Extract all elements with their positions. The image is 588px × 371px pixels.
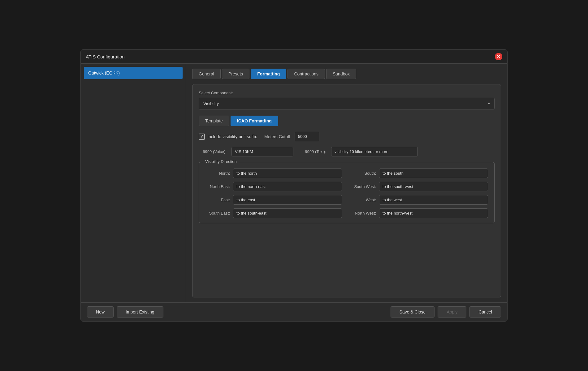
tab-general[interactable]: General bbox=[192, 69, 221, 79]
voice-field-label: 9999 (Voice): bbox=[199, 149, 227, 154]
content-area: General Presets Formatting Contractions … bbox=[186, 64, 507, 302]
north-input[interactable] bbox=[233, 168, 342, 178]
west-input[interactable] bbox=[379, 195, 488, 205]
visibility-direction-label: Visibility Direction bbox=[203, 159, 239, 164]
options-row: Include visibility unit suffix Meters Cu… bbox=[199, 132, 495, 141]
select-component-label: Select Component: bbox=[199, 91, 495, 95]
west-label: West: bbox=[351, 198, 376, 202]
close-button[interactable]: ✕ bbox=[495, 53, 502, 60]
meters-cutoff-input[interactable] bbox=[295, 132, 319, 141]
footer-left: New Import Existing bbox=[87, 306, 163, 318]
atis-config-dialog: ATIS Configuration ✕ Gatwick (EGKK) Gene… bbox=[80, 49, 508, 322]
visibility-direction-box: Visibility Direction North: South: North… bbox=[199, 162, 495, 223]
meters-cutoff-group: Meters Cutoff: bbox=[264, 132, 319, 141]
dir-row-northeast: North East: bbox=[205, 182, 342, 191]
text-field-label: 9999 (Text): bbox=[298, 149, 326, 154]
component-select[interactable]: Visibility bbox=[199, 98, 495, 109]
tab-sandbox[interactable]: Sandbox bbox=[326, 69, 356, 79]
south-input[interactable] bbox=[379, 168, 488, 178]
southwest-label: South West: bbox=[351, 184, 376, 189]
tab-presets[interactable]: Presets bbox=[222, 69, 249, 79]
northeast-label: North East: bbox=[205, 184, 230, 189]
new-button[interactable]: New bbox=[87, 306, 114, 318]
apply-button[interactable]: Apply bbox=[438, 306, 466, 318]
sidebar: Gatwick (EGKK) bbox=[81, 64, 186, 302]
tabs-bar: General Presets Formatting Contractions … bbox=[192, 69, 501, 79]
east-label: East: bbox=[205, 198, 230, 202]
import-existing-button[interactable]: Import Existing bbox=[117, 306, 163, 318]
northeast-input[interactable] bbox=[233, 182, 342, 191]
dir-row-southwest: South West: bbox=[351, 182, 488, 191]
subtab-template[interactable]: Template bbox=[199, 116, 229, 126]
northwest-label: North West: bbox=[351, 211, 376, 215]
subtab-icao-formatting[interactable]: ICAO Formatting bbox=[231, 116, 278, 126]
titlebar: ATIS Configuration ✕ bbox=[81, 50, 507, 64]
subtabs-bar: Template ICAO Formatting bbox=[199, 116, 495, 126]
southeast-label: South East: bbox=[205, 211, 230, 215]
footer: New Import Existing Save & Close Apply C… bbox=[81, 302, 507, 321]
direction-grid: North: South: North East: South We bbox=[205, 168, 488, 218]
voice-text-row: 9999 (Voice): 9999 (Text): bbox=[199, 147, 495, 156]
main-content: Gatwick (EGKK) General Presets Formattin… bbox=[81, 64, 507, 302]
southwest-input[interactable] bbox=[379, 182, 488, 191]
dir-row-south: South: bbox=[351, 168, 488, 178]
save-close-button[interactable]: Save & Close bbox=[391, 306, 435, 318]
cancel-button[interactable]: Cancel bbox=[469, 306, 501, 318]
formatting-panel: Select Component: Visibility ▼ Template … bbox=[192, 84, 501, 297]
visibility-suffix-label[interactable]: Include visibility unit suffix bbox=[199, 134, 257, 140]
meters-cutoff-label: Meters Cutoff: bbox=[264, 134, 292, 139]
footer-right: Save & Close Apply Cancel bbox=[391, 306, 501, 318]
tab-formatting[interactable]: Formatting bbox=[251, 69, 286, 79]
northwest-input[interactable] bbox=[379, 208, 488, 218]
component-select-wrapper: Visibility ▼ bbox=[199, 98, 495, 109]
north-label: North: bbox=[205, 171, 230, 176]
visibility-suffix-checkbox[interactable] bbox=[199, 134, 205, 140]
southeast-input[interactable] bbox=[233, 208, 342, 218]
dir-row-northwest: North West: bbox=[351, 208, 488, 218]
dir-row-southeast: South East: bbox=[205, 208, 342, 218]
dir-row-north: North: bbox=[205, 168, 342, 178]
dir-row-west: West: bbox=[351, 195, 488, 205]
dir-row-east: East: bbox=[205, 195, 342, 205]
text-input[interactable] bbox=[331, 147, 418, 156]
south-label: South: bbox=[351, 171, 376, 176]
visibility-suffix-text: Include visibility unit suffix bbox=[207, 134, 257, 139]
east-input[interactable] bbox=[233, 195, 342, 205]
sidebar-item-gatwick[interactable]: Gatwick (EGKK) bbox=[84, 67, 183, 79]
tab-contractions[interactable]: Contractions bbox=[288, 69, 325, 79]
dialog-title: ATIS Configuration bbox=[86, 54, 125, 59]
voice-input[interactable] bbox=[231, 147, 293, 156]
